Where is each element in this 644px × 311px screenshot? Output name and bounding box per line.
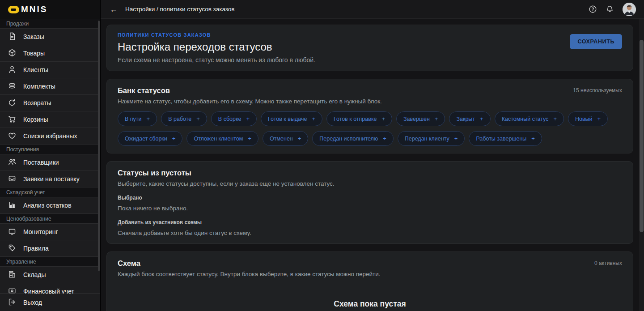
status-chip-label: В работе (168, 116, 191, 122)
sidebar-item[interactable]: Склады (0, 267, 100, 283)
add-from-schema-label: Добавить из участников схемы (118, 219, 622, 226)
status-chip-label: Готов к отправке (334, 116, 377, 122)
sidebar-item-label: Анализ остатков (23, 202, 72, 209)
help-icon[interactable] (589, 5, 597, 13)
status-chip[interactable]: Отложен клиентом+ (186, 131, 258, 146)
sidebar-item-label: Правила (23, 245, 49, 252)
sidebar-section-header: Ценообразование (0, 214, 100, 224)
schema-empty-title: Схема пока пустая (118, 299, 622, 309)
status-bank-subtitle: Нажмите на статус, чтобы добавить его в … (118, 98, 622, 105)
sidebar-item[interactable]: Правила (0, 240, 100, 257)
layers-icon (8, 81, 17, 92)
status-chip[interactable]: Ожидает сборки+ (118, 131, 182, 146)
void-statuses-card: Статусы из пустоты Выберите, какие стату… (106, 161, 633, 244)
status-chip[interactable]: Отменен+ (263, 131, 308, 146)
status-chip-label: Ожидает сборки (125, 136, 167, 142)
status-chip-label: В сборке (218, 116, 242, 122)
schema-subtitle: Каждый блок соответствует статусу. Внутр… (118, 271, 622, 277)
sidebar-scrollbar[interactable] (98, 21, 100, 271)
sidebar-section-header: Продажи (0, 19, 100, 29)
banknote-icon (8, 286, 17, 294)
bar-chart-icon (8, 200, 17, 211)
status-chip[interactable]: Передан клиенту+ (398, 131, 465, 146)
notifications-bell-icon[interactable] (606, 5, 614, 13)
selected-label: Выбрано (118, 195, 622, 201)
status-chip[interactable]: Закрыт+ (449, 111, 490, 126)
sidebar-item[interactable]: Заявки на поставку (0, 171, 100, 187)
sidebar-item-logout[interactable]: Выход (0, 294, 100, 311)
topbar: ← Настройки / политики статусов заказов (101, 0, 644, 19)
add-status-plus-icon: + (246, 115, 250, 122)
status-chip[interactable]: Завершен+ (396, 111, 445, 126)
logo-text: MNIS (21, 5, 48, 14)
add-status-plus-icon: + (298, 135, 301, 142)
sidebar-item[interactable]: Поставщики (0, 154, 100, 171)
status-chip-label: Кастомный статус (502, 116, 549, 122)
logout-icon (8, 298, 17, 308)
add-status-plus-icon: + (196, 115, 200, 122)
sidebar-item[interactable]: Клиенты (0, 62, 100, 78)
status-chip[interactable]: В пути+ (118, 111, 157, 126)
status-chip[interactable]: В сборке+ (211, 111, 257, 126)
sidebar-item-label: Возвраты (23, 99, 51, 107)
status-chip-label: Новый (575, 116, 593, 122)
add-status-plus-icon: + (147, 115, 150, 122)
sidebar-item[interactable]: Возвраты (0, 95, 100, 111)
logout-label: Выход (23, 299, 42, 306)
sidebar-section-header: Управление (0, 257, 100, 267)
sidebar-item-label: Комплекты (23, 83, 55, 90)
active-count-badge: 0 активных (594, 259, 622, 266)
status-bank-title: Банк статусов (118, 86, 170, 95)
sidebar-item[interactable]: Товары (0, 45, 100, 62)
user-avatar[interactable] (623, 3, 636, 16)
sidebar-item-label: Поставщики (23, 159, 59, 166)
logo-o-icon (8, 6, 19, 13)
add-status-plus-icon: + (248, 135, 251, 142)
sidebar-item[interactable]: Анализ остатков (0, 197, 100, 214)
schema-title: Схема (118, 259, 140, 268)
page-eyebrow: ПОЛИТИКИ СТАТУСОВ ЗАКАЗОВ (118, 32, 622, 38)
box-icon (8, 48, 17, 59)
status-chip[interactable]: Кастомный статус+ (495, 111, 564, 126)
tag-icon (8, 243, 17, 254)
person-icon (8, 65, 17, 75)
add-status-plus-icon: + (454, 135, 458, 142)
sidebar-item[interactable]: Комплекты (0, 78, 100, 95)
status-chip-label: Отменен (270, 136, 293, 142)
status-chip-label: Работы завершены (476, 136, 526, 142)
sidebar-item[interactable]: Корзины (0, 111, 100, 128)
sidebar-item-label: Склады (23, 271, 46, 278)
monitor-icon (8, 227, 17, 237)
status-chip[interactable]: Готов к отправке+ (326, 111, 392, 126)
add-from-schema-empty-text: Сначала добавьте хотя бы один статус в с… (118, 230, 622, 236)
sidebar-item-label: Мониторинг (23, 228, 58, 235)
add-status-plus-icon: + (553, 115, 557, 122)
save-button[interactable]: СОХРАНИТЬ (570, 34, 622, 49)
return-icon (8, 98, 17, 108)
sidebar-item-label: Товары (23, 50, 45, 57)
page-title: Настройка переходов статусов (118, 41, 622, 53)
back-arrow-icon[interactable]: ← (110, 5, 118, 13)
main-scrollbar-thumb[interactable] (640, 40, 644, 232)
sidebar-item-label: Корзины (23, 116, 48, 123)
status-chip[interactable]: В работе+ (161, 111, 207, 126)
sidebar-item[interactable]: Заказы (0, 29, 100, 45)
status-chip-label: Готов к выдаче (268, 116, 307, 122)
add-status-plus-icon: + (435, 115, 438, 122)
sidebar-nav-list: ПродажиЗаказыТоварыКлиентыКомплектыВозвр… (0, 19, 100, 294)
sidebar-item[interactable]: Мониторинг (0, 224, 100, 240)
status-chip[interactable]: Новый+ (568, 111, 608, 126)
sidebar-item[interactable]: Списки избранных (0, 128, 100, 145)
status-chip[interactable]: Передан исполнителю+ (312, 131, 393, 146)
status-chip[interactable]: Готов к выдаче+ (261, 111, 322, 126)
main-scrollbar-track[interactable] (639, 19, 644, 311)
sidebar-item[interactable]: Финансовый учет (0, 283, 100, 294)
add-status-plus-icon: + (383, 135, 386, 142)
add-status-plus-icon: + (531, 135, 535, 142)
add-status-plus-icon: + (597, 115, 601, 122)
sidebar-section-header: Складской учет (0, 187, 100, 197)
page-subtitle: Если схема не настроена, статус можно ме… (118, 56, 622, 64)
status-bank-card: Банк статусов 15 неиспользуемых Нажмите … (106, 79, 633, 153)
brand-logo[interactable]: MNIS (0, 0, 100, 19)
status-chip[interactable]: Работы завершены+ (469, 131, 542, 146)
